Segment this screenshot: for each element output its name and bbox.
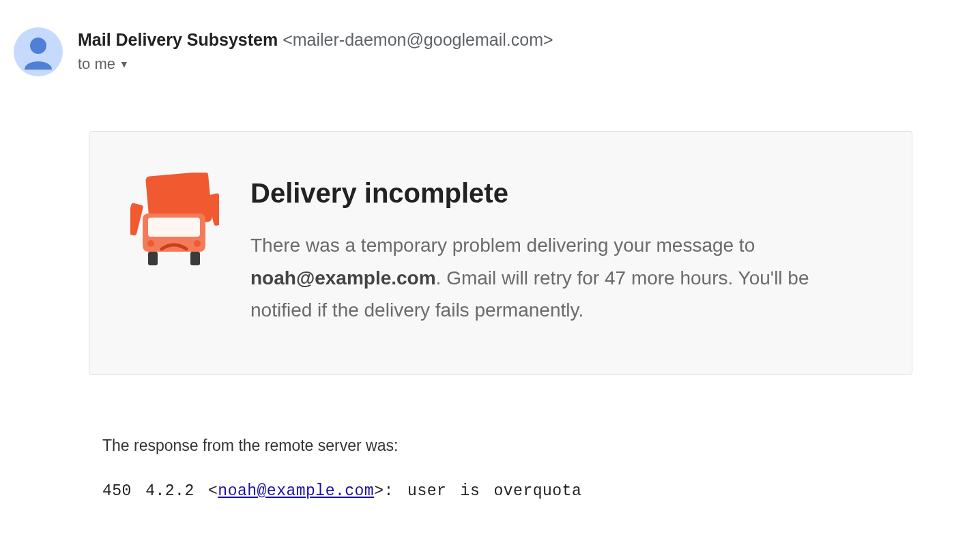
code-post: >: user is overquota	[374, 482, 581, 500]
svg-point-7	[194, 240, 201, 247]
sender-avatar	[14, 27, 63, 76]
svg-rect-5	[148, 218, 200, 237]
sender-name: Mail Delivery Subsystem	[78, 30, 278, 49]
error-msg-email: noah@example.com	[250, 267, 436, 289]
svg-point-6	[147, 240, 154, 247]
error-msg-pre: There was a temporary problem delivering…	[250, 235, 755, 256]
card-body: Delivery incomplete There was a temporar…	[250, 173, 871, 327]
recipient-dropdown[interactable]: to me ▼	[78, 55, 553, 73]
svg-rect-8	[148, 252, 158, 265]
delivery-error-card: Delivery incomplete There was a temporar…	[89, 131, 912, 375]
recipient-label: to me	[78, 55, 115, 73]
svg-point-0	[30, 38, 46, 54]
person-icon	[14, 27, 63, 76]
chevron-down-icon: ▼	[119, 59, 129, 70]
svg-rect-9	[190, 252, 200, 265]
server-response-code: 450 4.2.2 <noah@example.com>: user is ov…	[102, 482, 912, 500]
server-response-label: The response from the remote server was:	[102, 437, 912, 455]
sender-line: Mail Delivery Subsystem <mailer-daemon@g…	[78, 29, 553, 51]
code-email-link[interactable]: noah@example.com	[218, 482, 374, 500]
email-header: Mail Delivery Subsystem <mailer-daemon@g…	[14, 27, 953, 76]
sad-truck-icon	[130, 173, 219, 271]
server-response-section: The response from the remote server was:…	[102, 437, 912, 500]
error-title: Delivery incomplete	[250, 178, 871, 209]
sender-block: Mail Delivery Subsystem <mailer-daemon@g…	[78, 27, 553, 73]
code-pre: 450 4.2.2 <	[102, 482, 218, 500]
error-message: There was a temporary problem delivering…	[250, 229, 871, 327]
sender-email: <mailer-daemon@googlemail.com>	[283, 30, 553, 49]
svg-rect-2	[130, 203, 143, 236]
